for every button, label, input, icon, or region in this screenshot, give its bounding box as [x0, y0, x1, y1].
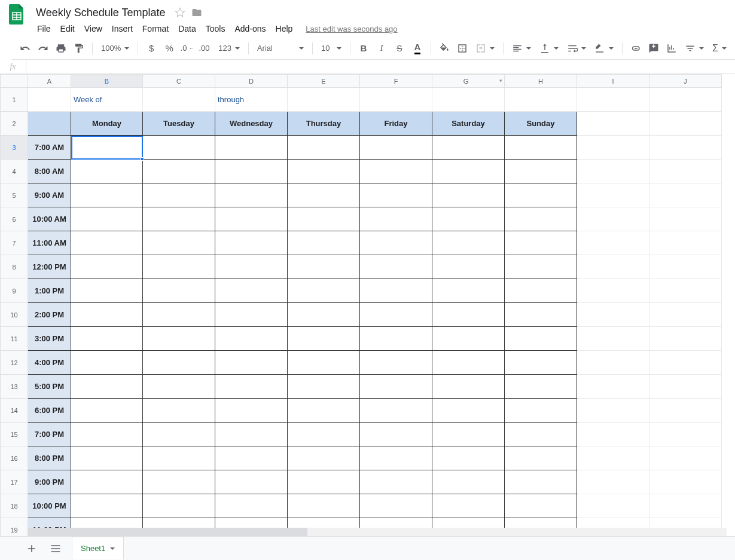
- cell-B10[interactable]: [71, 303, 143, 327]
- cell-A1[interactable]: [28, 88, 71, 112]
- cell-E9[interactable]: [288, 279, 360, 303]
- cell-E17[interactable]: [288, 470, 360, 494]
- row-header-2[interactable]: 2: [1, 112, 28, 136]
- cell-A15[interactable]: 7:00 PM: [28, 423, 71, 446]
- cell-G18[interactable]: [432, 494, 505, 518]
- cell-H5[interactable]: [505, 183, 577, 207]
- cell-F2[interactable]: Friday: [360, 112, 432, 136]
- cell-H3[interactable]: [505, 136, 577, 160]
- font-dropdown[interactable]: Arial: [254, 41, 307, 56]
- cell-D2[interactable]: Wednesday: [215, 112, 288, 136]
- grid-area[interactable]: ABCDEFG▾HIJ1Week ofthrough2MondayTuesday…: [0, 74, 735, 536]
- cell-D5[interactable]: [215, 183, 288, 207]
- cell-G12[interactable]: [432, 351, 505, 375]
- cell-J13[interactable]: [649, 375, 722, 399]
- cell-A8[interactable]: 12:00 PM: [28, 255, 71, 279]
- cell-E3[interactable]: [288, 136, 360, 160]
- column-header-F[interactable]: F: [360, 75, 432, 88]
- cell-A17[interactable]: 9:00 PM: [28, 470, 71, 494]
- cell-B18[interactable]: [71, 494, 143, 518]
- decrease-decimal-button[interactable]: .0 ←: [179, 40, 196, 57]
- cell-G13[interactable]: [432, 375, 505, 399]
- row-header-17[interactable]: 17: [1, 470, 28, 494]
- cell-F6[interactable]: [360, 207, 432, 231]
- cell-C11[interactable]: [143, 327, 215, 351]
- row-header-11[interactable]: 11: [1, 327, 28, 351]
- valign-dropdown[interactable]: [536, 41, 562, 56]
- cell-I15[interactable]: [577, 423, 649, 446]
- cell-B8[interactable]: [71, 255, 143, 279]
- cell-I18[interactable]: [577, 494, 649, 518]
- menu-addons[interactable]: Add-ons: [230, 22, 270, 36]
- sheets-logo[interactable]: [5, 2, 29, 26]
- document-title[interactable]: Weekly Schedule Template: [32, 5, 169, 20]
- cell-J14[interactable]: [649, 399, 722, 423]
- cell-G14[interactable]: [432, 399, 505, 423]
- cell-I7[interactable]: [577, 231, 649, 255]
- cell-J2[interactable]: [649, 112, 722, 136]
- cell-D12[interactable]: [215, 351, 288, 375]
- cell-F7[interactable]: [360, 231, 432, 255]
- cell-C17[interactable]: [143, 470, 215, 494]
- cell-B12[interactable]: [71, 351, 143, 375]
- cell-J8[interactable]: [649, 255, 722, 279]
- cell-B2[interactable]: Monday: [71, 112, 143, 136]
- cell-G3[interactable]: [432, 136, 505, 160]
- folder-icon[interactable]: [191, 7, 202, 18]
- cell-B9[interactable]: [71, 279, 143, 303]
- cell-I5[interactable]: [577, 183, 649, 207]
- cell-I8[interactable]: [577, 255, 649, 279]
- cell-G16[interactable]: [432, 446, 505, 470]
- cell-D8[interactable]: [215, 255, 288, 279]
- cell-F10[interactable]: [360, 303, 432, 327]
- column-header-H[interactable]: H: [505, 75, 577, 88]
- borders-button[interactable]: [454, 40, 471, 57]
- cell-B15[interactable]: [71, 423, 143, 446]
- menu-data[interactable]: Data: [173, 22, 201, 36]
- cell-H18[interactable]: [505, 494, 577, 518]
- cell-G15[interactable]: [432, 423, 505, 446]
- cell-B3[interactable]: [71, 136, 143, 160]
- cell-G11[interactable]: [432, 327, 505, 351]
- cell-E15[interactable]: [288, 423, 360, 446]
- menu-edit[interactable]: Edit: [56, 22, 80, 36]
- row-header-16[interactable]: 16: [1, 446, 28, 470]
- cell-B6[interactable]: [71, 207, 143, 231]
- cell-D11[interactable]: [215, 327, 288, 351]
- cell-H8[interactable]: [505, 255, 577, 279]
- column-header-A[interactable]: A: [28, 75, 71, 88]
- cell-B5[interactable]: [71, 183, 143, 207]
- cell-D3[interactable]: [215, 136, 288, 160]
- cell-D10[interactable]: [215, 303, 288, 327]
- cell-J9[interactable]: [649, 279, 722, 303]
- cell-F14[interactable]: [360, 399, 432, 423]
- cell-C4[interactable]: [143, 160, 215, 183]
- cell-D15[interactable]: [215, 423, 288, 446]
- percent-button[interactable]: %: [161, 40, 178, 57]
- row-header-3[interactable]: 3: [1, 136, 28, 160]
- cell-J4[interactable]: [649, 160, 722, 183]
- cell-I1[interactable]: [577, 88, 649, 112]
- cell-I10[interactable]: [577, 303, 649, 327]
- cell-C5[interactable]: [143, 183, 215, 207]
- cell-B4[interactable]: [71, 160, 143, 183]
- cell-J10[interactable]: [649, 303, 722, 327]
- cell-D13[interactable]: [215, 375, 288, 399]
- cell-H13[interactable]: [505, 375, 577, 399]
- cell-H11[interactable]: [505, 327, 577, 351]
- cell-A16[interactable]: 8:00 PM: [28, 446, 71, 470]
- cell-E10[interactable]: [288, 303, 360, 327]
- cell-I16[interactable]: [577, 446, 649, 470]
- cell-G7[interactable]: [432, 231, 505, 255]
- column-header-G[interactable]: G▾: [432, 75, 505, 88]
- cell-G9[interactable]: [432, 279, 505, 303]
- cell-J18[interactable]: [649, 494, 722, 518]
- cell-G17[interactable]: [432, 470, 505, 494]
- menu-insert[interactable]: Insert: [107, 22, 138, 36]
- cell-B7[interactable]: [71, 231, 143, 255]
- number-format-dropdown[interactable]: 123: [215, 41, 243, 56]
- cell-J15[interactable]: [649, 423, 722, 446]
- cell-E7[interactable]: [288, 231, 360, 255]
- row-header-14[interactable]: 14: [1, 399, 28, 423]
- cell-I14[interactable]: [577, 399, 649, 423]
